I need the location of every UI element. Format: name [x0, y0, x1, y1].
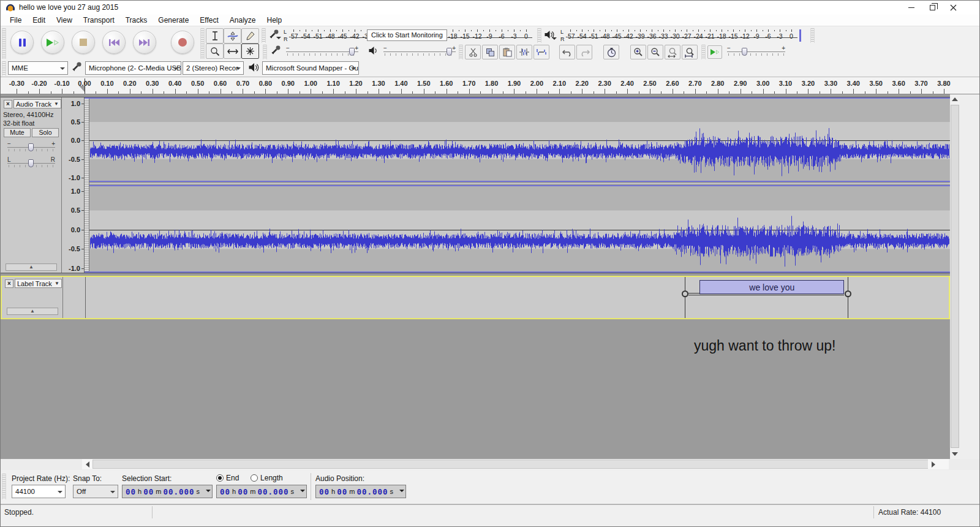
audio-host-select[interactable]: MME [8, 61, 68, 75]
waveform-channel-right[interactable] [85, 185, 950, 273]
play-at-speed-button[interactable] [707, 45, 722, 59]
clip-drag-handle[interactable] [85, 99, 89, 271]
sync-lock-button[interactable] [603, 45, 619, 59]
close-track-button[interactable]: × [4, 100, 12, 108]
close-button[interactable] [943, 1, 963, 15]
scroll-up-button[interactable] [950, 94, 960, 104]
undo-button[interactable] [559, 45, 575, 59]
redo-button[interactable] [576, 45, 592, 59]
multi-tool-button[interactable] [241, 44, 259, 59]
selection-toolbar-grabber[interactable] [2, 474, 6, 499]
skip-to-end-button[interactable] [133, 31, 156, 54]
horizontal-scrollbar-thumb[interactable] [92, 460, 938, 469]
meter-dropdown-icon[interactable] [552, 37, 557, 42]
waveform-channel-left[interactable] [85, 97, 950, 182]
menu-help[interactable]: Help [262, 15, 288, 26]
menu-edit[interactable]: Edit [27, 15, 51, 26]
recording-channels-select[interactable]: 2 (Stereo) Recor [183, 61, 244, 75]
play-speed-slider[interactable]: −+ [727, 47, 785, 59]
snap-to-select[interactable]: Off [73, 485, 118, 498]
solo-button[interactable]: Solo [32, 128, 59, 137]
pause-button[interactable] [10, 31, 34, 54]
play-speed-thumb[interactable] [742, 48, 747, 56]
end-radio-label[interactable]: End [226, 474, 239, 482]
track-name-menu[interactable]: Label Track▼ [15, 279, 62, 288]
zoom-tool-button[interactable] [206, 44, 224, 59]
meter-dropdown-icon[interactable] [276, 37, 281, 42]
device-toolbar-grabber[interactable] [2, 61, 6, 76]
draw-tool-button[interactable] [241, 28, 259, 44]
stop-button[interactable] [72, 31, 95, 54]
cut-button[interactable] [465, 45, 481, 59]
restore-button[interactable] [922, 1, 943, 15]
playback-device-select[interactable]: Microsoft Sound Mapper - Ou [262, 61, 359, 75]
end-radio[interactable] [216, 474, 224, 482]
horizontal-scrollbar[interactable] [82, 459, 949, 469]
scroll-right-button[interactable] [928, 459, 938, 469]
paste-button[interactable] [499, 45, 515, 59]
dock-grabber[interactable] [810, 28, 815, 43]
title-bar[interactable]: hello we love you 27 aug 2015 [1, 1, 980, 15]
track-name-menu[interactable]: Audio Track▼ [13, 99, 61, 108]
recording-volume-slider[interactable]: −+ [286, 47, 358, 59]
pan-thumb[interactable] [28, 159, 34, 167]
label-end-handle[interactable] [845, 290, 851, 297]
menu-transport[interactable]: Transport [78, 15, 120, 26]
length-radio[interactable] [251, 474, 258, 482]
edit-toolbar-grabber[interactable] [459, 45, 463, 59]
selection-tool-button[interactable] [206, 28, 224, 44]
envelope-tool-button[interactable] [224, 28, 241, 44]
menu-view[interactable]: View [51, 15, 78, 26]
playback-volume-slider[interactable]: −+ [383, 47, 456, 59]
minimize-button[interactable] [901, 1, 922, 15]
silence-audio-button[interactable] [533, 45, 549, 59]
recording-device-select[interactable]: Microphone (2- C-Media USB [85, 61, 181, 75]
project-rate-select[interactable]: 44100 [12, 485, 66, 498]
playback-meter-grabber[interactable] [537, 28, 541, 43]
zoom-in-button[interactable] [630, 45, 646, 59]
length-radio-label[interactable]: Length [260, 474, 283, 482]
vertical-scrollbar[interactable] [950, 94, 960, 459]
vertical-scrollbar-thumb[interactable] [951, 105, 959, 448]
playback-meter[interactable]: L R -57-54-51-48-45-42-39-36-33-30-27-24… [537, 28, 807, 44]
copy-button[interactable] [482, 45, 498, 59]
audio-position-field[interactable]: 00h00m00.000s [315, 485, 406, 498]
gain-thumb[interactable] [28, 143, 34, 151]
scroll-left-button[interactable] [82, 459, 92, 469]
menu-tracks[interactable]: Tracks [120, 15, 153, 26]
menu-file[interactable]: File [4, 15, 27, 26]
vertical-scale-ruler[interactable]: 1.00.50.0-0.5-1.01.00.50.0-0.5-1.0 [62, 97, 85, 273]
fit-selection-button[interactable] [665, 45, 680, 59]
playback-volume-thumb[interactable] [447, 48, 452, 56]
trim-audio-button[interactable] [516, 45, 532, 59]
scroll-down-button[interactable] [950, 449, 960, 459]
transcription-grabber[interactable] [701, 45, 706, 59]
record-button[interactable] [171, 31, 194, 54]
timeline-ruler[interactable]: -0.30-0.20-0.100.000.100.200.300.400.500… [1, 77, 980, 94]
menu-analyze[interactable]: Analyze [224, 15, 262, 26]
gain-slider[interactable]: − + [7, 142, 55, 154]
mixer-grabber[interactable] [263, 45, 267, 59]
time-shift-tool-button[interactable] [224, 44, 241, 59]
pan-slider[interactable]: L R [7, 158, 55, 170]
mute-button[interactable]: Mute [4, 128, 31, 137]
label-text-box[interactable]: we love you [699, 280, 844, 294]
audio-clip[interactable] [85, 97, 950, 273]
selection-start-field[interactable]: 00h00m00.000s [122, 485, 213, 498]
close-track-button[interactable]: × [5, 279, 13, 288]
menu-generate[interactable]: Generate [153, 15, 194, 26]
menu-effect[interactable]: Effect [194, 15, 224, 26]
recording-volume-thumb[interactable] [349, 48, 355, 56]
collapse-track-button[interactable]: ▲ [7, 308, 58, 315]
zoom-out-button[interactable] [647, 45, 663, 59]
play-button[interactable] [41, 31, 64, 54]
recording-meter-grabber[interactable] [262, 28, 266, 43]
label-start-handle[interactable] [682, 290, 688, 297]
tools-grabber[interactable] [200, 28, 205, 59]
label-track-area[interactable]: we love you [86, 277, 951, 318]
fit-project-button[interactable] [682, 45, 698, 59]
skip-to-start-button[interactable] [102, 31, 126, 54]
collapse-track-button[interactable]: ▲ [6, 264, 57, 271]
transport-grabber[interactable] [2, 28, 6, 59]
selection-end-field[interactable]: 00h00m00.000s [216, 485, 307, 498]
